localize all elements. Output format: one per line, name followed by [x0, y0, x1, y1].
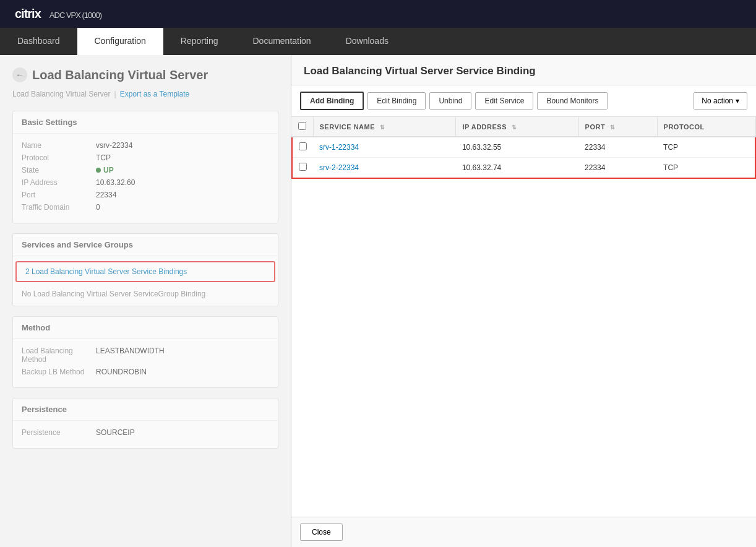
status-dot — [96, 168, 101, 173]
header-port: PORT ⇅ — [578, 117, 657, 137]
select-all-checkbox[interactable] — [298, 122, 306, 130]
service-name-link[interactable]: srv-1-22334 — [319, 143, 359, 152]
cell-service-name: srv-1-22334 — [313, 137, 456, 158]
page-title: Load Balancing Virtual Server — [32, 68, 208, 82]
dialog-footer: Close — [291, 517, 756, 547]
header-ip-address: IP ADDRESS ⇅ — [456, 117, 578, 137]
servicegroup-link: No Load Balancing Virtual Server Service… — [13, 285, 278, 303]
field-traffic-domain: Traffic Domain 0 — [22, 203, 269, 212]
table-body: srv-1-22334 10.63.32.55 22334 TCP srv-2-… — [292, 137, 755, 178]
tab-downloads[interactable]: Downloads — [329, 28, 406, 55]
cell-ip: 10.63.32.55 — [456, 137, 578, 158]
breadcrumb-sep: | — [114, 90, 116, 98]
row-checkbox-0[interactable] — [299, 142, 307, 150]
close-button[interactable]: Close — [300, 523, 343, 541]
services-card: Services and Service Groups 2 Load Balan… — [12, 233, 278, 306]
cell-port: 22334 — [578, 137, 657, 158]
persistence-card: Persistence Persistence SOURCEIP — [12, 398, 278, 449]
field-name: Name vsrv-22334 — [22, 141, 269, 150]
no-action-label: No action — [702, 97, 733, 105]
basic-settings-header: Basic Settings — [13, 111, 278, 134]
field-ip: IP Address 10.63.32.60 — [22, 178, 269, 187]
row-checkbox-1[interactable] — [299, 163, 307, 171]
table-row[interactable]: srv-1-22334 10.63.32.55 22334 TCP — [292, 137, 755, 158]
basic-settings-body: Name vsrv-22334 Protocol TCP State UP IP… — [13, 134, 278, 223]
no-action-dropdown[interactable]: No action ▾ — [694, 92, 747, 110]
edit-service-button[interactable]: Edit Service — [475, 92, 533, 110]
field-persistence: Persistence SOURCEIP — [22, 428, 269, 437]
header-protocol: PROTOCOL — [657, 117, 755, 137]
table-header-row: SERVICE NAME ⇅ IP ADDRESS ⇅ PORT ⇅ PRO — [292, 117, 755, 137]
basic-settings-card: Basic Settings Name vsrv-22334 Protocol … — [12, 111, 278, 223]
cell-service-name: srv-2-22334 — [313, 158, 456, 179]
unbind-button[interactable]: Unbind — [429, 92, 471, 110]
row-checkbox-cell — [292, 137, 313, 158]
method-body: Load Balancing Method LEASTBANDWIDTH Bac… — [13, 339, 278, 387]
persistence-body: Persistence SOURCEIP — [13, 421, 278, 448]
back-nav: ← Load Balancing Virtual Server — [12, 67, 278, 82]
product-name: ADC VPX (1000) — [49, 11, 101, 20]
field-state: State UP — [22, 166, 269, 174]
field-lb-method: Load Balancing Method LEASTBANDWIDTH — [22, 347, 269, 364]
citrix-logo: citrix ADC VPX (1000) — [10, 7, 101, 21]
breadcrumb-parent: Load Balancing Virtual Server — [12, 90, 111, 98]
cell-ip: 10.63.32.74 — [456, 158, 578, 179]
service-name-link[interactable]: srv-2-22334 — [319, 163, 359, 172]
topbar: citrix ADC VPX (1000) — [0, 0, 756, 28]
cell-protocol: TCP — [657, 137, 755, 158]
sort-service-name-icon[interactable]: ⇅ — [380, 124, 385, 131]
cell-port: 22334 — [578, 158, 657, 179]
bindings-table-container: SERVICE NAME ⇅ IP ADDRESS ⇅ PORT ⇅ PRO — [291, 117, 756, 517]
bindings-table: SERVICE NAME ⇅ IP ADDRESS ⇅ PORT ⇅ PRO — [291, 117, 756, 179]
persistence-header: Persistence — [13, 398, 278, 421]
method-card: Method Load Balancing Method LEASTBANDWI… — [12, 316, 278, 388]
sort-port-icon[interactable]: ⇅ — [610, 124, 616, 131]
field-protocol: Protocol TCP — [22, 153, 269, 162]
field-port: Port 22334 — [22, 191, 269, 199]
row-checkbox-cell — [292, 158, 313, 179]
edit-binding-button[interactable]: Edit Binding — [367, 92, 426, 110]
cell-protocol: TCP — [657, 158, 755, 179]
breadcrumb: Load Balancing Virtual Server | Export a… — [12, 90, 278, 98]
header-checkbox-cell — [292, 117, 313, 137]
tab-dashboard[interactable]: Dashboard — [0, 28, 77, 55]
back-button[interactable]: ← — [12, 67, 27, 82]
left-panel: ← Load Balancing Virtual Server Load Bal… — [0, 55, 291, 547]
nav-tabs: Dashboard Configuration Reporting Docume… — [0, 28, 756, 55]
breadcrumb-action[interactable]: Export as a Template — [120, 90, 190, 98]
service-bindings-link[interactable]: 2 Load Balancing Virtual Server Service … — [15, 261, 275, 282]
dialog-title: Load Balancing Virtual Server Service Bi… — [291, 55, 756, 85]
table-row[interactable]: srv-2-22334 10.63.32.74 22334 TCP — [292, 158, 755, 179]
add-binding-button[interactable]: Add Binding — [300, 92, 364, 110]
tab-documentation[interactable]: Documentation — [235, 28, 328, 55]
field-backup-lb: Backup LB Method ROUNDROBIN — [22, 368, 269, 376]
dialog-toolbar: Add Binding Edit Binding Unbind Edit Ser… — [291, 85, 756, 117]
bound-monitors-button[interactable]: Bound Monitors — [537, 92, 608, 110]
page-layout: ← Load Balancing Virtual Server Load Bal… — [0, 55, 756, 547]
method-header: Method — [13, 317, 278, 339]
services-header: Services and Service Groups — [13, 234, 278, 256]
sort-ip-icon[interactable]: ⇅ — [512, 124, 517, 131]
dialog-panel: Load Balancing Virtual Server Service Bi… — [291, 55, 756, 547]
dropdown-arrow-icon: ▾ — [736, 97, 739, 105]
tab-configuration[interactable]: Configuration — [77, 28, 163, 55]
header-service-name: SERVICE NAME ⇅ — [313, 117, 456, 137]
tab-reporting[interactable]: Reporting — [163, 28, 236, 55]
